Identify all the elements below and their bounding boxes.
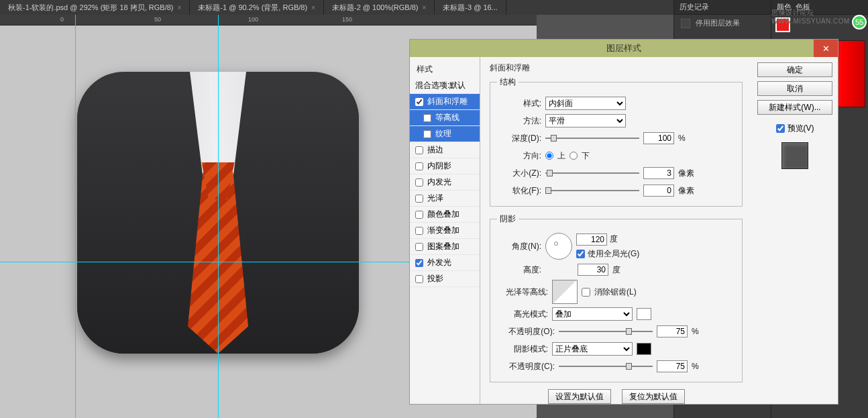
reset-default-button[interactable]: 复位为默认值 <box>622 389 685 404</box>
preview-checkbox[interactable] <box>776 124 785 133</box>
direction-down-label: 下 <box>582 150 590 162</box>
soften-slider[interactable] <box>545 190 639 191</box>
direction-down-radio[interactable] <box>569 152 578 160</box>
highlight-color-swatch[interactable] <box>637 308 651 320</box>
style-label: 纹理 <box>435 128 451 140</box>
doc-tab-1[interactable]: 秋装-1-软装的.psd @ 292% (矩形 18 拷贝, RGB/8)× <box>0 0 190 15</box>
highlight-opacity-input[interactable] <box>657 325 688 337</box>
dialog-titlebar[interactable]: 图层样式 ✕ <box>410 40 838 57</box>
style-checkbox[interactable] <box>415 146 423 154</box>
style-row-7[interactable]: 颜色叠加 <box>410 207 480 223</box>
style-checkbox[interactable] <box>415 259 423 267</box>
style-checkbox[interactable] <box>423 130 431 138</box>
close-icon[interactable]: × <box>178 4 182 11</box>
shadow-mode-label: 阴影模式: <box>497 344 548 355</box>
shadow-opacity-input[interactable] <box>657 360 688 372</box>
global-light-checkbox[interactable] <box>576 250 585 258</box>
style-row-11[interactable]: 投影 <box>410 271 480 287</box>
size-input[interactable] <box>643 167 674 179</box>
highlight-mode-select[interactable]: 叠加 <box>552 307 633 321</box>
guide-vertical[interactable] <box>218 15 219 418</box>
dialog-actions: 确定 取消 新建样式(W)... 预览(V) <box>752 57 838 405</box>
angle-dial[interactable] <box>545 233 572 260</box>
shadow-opacity-slider[interactable] <box>559 366 653 367</box>
size-unit: 像素 <box>678 168 694 179</box>
style-label: 图案叠加 <box>427 241 459 252</box>
highlight-opacity-label: 不透明度(O): <box>497 326 555 337</box>
style-checkbox[interactable] <box>415 211 423 219</box>
shadow-mode-select[interactable]: 正片叠底 <box>552 342 633 356</box>
style-row-0[interactable]: 斜面和浮雕 <box>410 94 480 110</box>
close-icon[interactable]: × <box>423 4 427 11</box>
unit: % <box>692 327 699 336</box>
style-checkbox[interactable] <box>415 243 423 251</box>
blending-options-row[interactable]: 混合选项:默认 <box>410 78 480 94</box>
depth-slider[interactable] <box>545 138 639 139</box>
technique-select[interactable]: 平滑 <box>545 114 626 127</box>
style-checkbox[interactable] <box>423 114 431 122</box>
doc-tab-3[interactable]: 未标题-2 @ 100%(RGB/8)× <box>324 0 435 15</box>
altitude-label: 高度: <box>497 264 541 276</box>
preview-thumbnail <box>781 142 808 169</box>
style-row-3[interactable]: 描边 <box>410 142 480 158</box>
style-checkbox[interactable] <box>415 195 423 203</box>
style-checkbox[interactable] <box>415 227 423 235</box>
shadow-color-swatch[interactable] <box>637 343 651 355</box>
style-label: 内阴影 <box>427 160 451 172</box>
tab-label: 秋装-1-软装的.psd @ 292% (矩形 18 拷贝, RGB/8) <box>8 3 174 13</box>
guide-vertical[interactable] <box>75 15 76 418</box>
history-entry[interactable]: 停用图层效果 <box>674 15 771 32</box>
style-label: 斜面和浮雕 <box>427 96 468 107</box>
preview-label: 预览(V) <box>788 123 814 134</box>
style-label: 外发光 <box>427 257 451 268</box>
altitude-unit: 度 <box>612 264 620 276</box>
ok-button[interactable]: 确定 <box>757 62 832 77</box>
style-label: 内发光 <box>427 176 451 188</box>
style-checkbox[interactable] <box>415 178 423 187</box>
group-legend: 阴影 <box>497 213 519 225</box>
gloss-contour-label: 光泽等高线: <box>497 286 548 298</box>
depth-input[interactable] <box>643 132 674 144</box>
size-slider[interactable] <box>545 172 639 174</box>
make-default-button[interactable]: 设置为默认值 <box>548 389 611 404</box>
effect-settings: 斜面和浮雕 结构 样式: 内斜面 方法: 平滑 深度(D): % 方向: 上 下… <box>480 57 752 405</box>
style-label: 等高线 <box>435 112 459 123</box>
style-checkbox[interactable] <box>415 275 423 283</box>
style-row-2[interactable]: 纹理 <box>410 126 480 142</box>
style-row-5[interactable]: 内发光 <box>410 174 480 191</box>
direction-up-radio[interactable] <box>545 152 553 160</box>
soften-unit: 像素 <box>678 185 694 197</box>
close-icon[interactable]: × <box>311 4 315 11</box>
angle-label: 角度(N): <box>497 241 541 252</box>
antialias-checkbox[interactable] <box>582 288 590 297</box>
new-style-button[interactable]: 新建样式(W)... <box>757 100 832 115</box>
style-checkbox[interactable] <box>415 162 423 170</box>
style-label: 渐变叠加 <box>427 225 459 236</box>
style-row-1[interactable]: 等高线 <box>410 110 480 126</box>
style-checkbox[interactable] <box>415 98 423 106</box>
styles-list: 样式 混合选项:默认 斜面和浮雕等高线纹理描边内阴影内发光光泽颜色叠加渐变叠加图… <box>410 57 480 405</box>
history-panel-title[interactable]: 历史记录 <box>674 0 771 15</box>
doc-tab-4[interactable]: 未标题-3 @ 16... <box>435 0 506 15</box>
size-label: 大小(Z): <box>497 168 541 179</box>
soften-input[interactable] <box>643 185 674 197</box>
altitude-input[interactable] <box>578 264 608 276</box>
angle-unit: 度 <box>610 233 618 245</box>
style-label: 光泽 <box>427 193 443 204</box>
highlight-opacity-slider[interactable] <box>559 331 653 332</box>
style-row-6[interactable]: 光泽 <box>410 191 480 207</box>
angle-input[interactable] <box>576 233 607 246</box>
method-label: 方法: <box>497 115 541 127</box>
direction-up-label: 上 <box>557 150 565 162</box>
bevel-style-select[interactable]: 内斜面 <box>545 97 626 110</box>
tab-label: 未标题-1 @ 90.2% (背景, RGB/8) <box>198 3 307 13</box>
cancel-button[interactable]: 取消 <box>757 81 832 96</box>
style-row-4[interactable]: 内阴影 <box>410 158 480 174</box>
style-row-8[interactable]: 渐变叠加 <box>410 223 480 239</box>
doc-tab-2[interactable]: 未标题-1 @ 90.2% (背景, RGB/8)× <box>190 0 324 15</box>
style-row-9[interactable]: 图案叠加 <box>410 239 480 255</box>
gloss-contour-picker[interactable] <box>552 280 578 304</box>
style-row-10[interactable]: 外发光 <box>410 255 480 271</box>
history-entry-icon <box>681 19 690 28</box>
close-button[interactable]: ✕ <box>814 40 838 57</box>
